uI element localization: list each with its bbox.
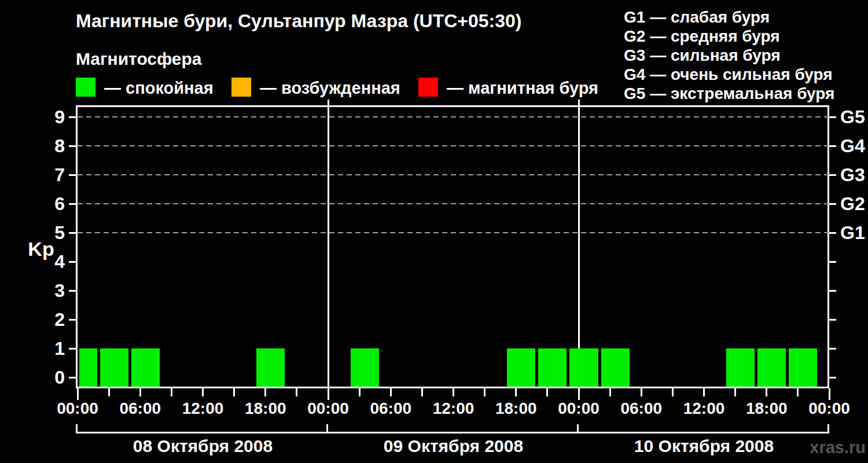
x-tick-minor [421, 388, 423, 396]
x-tick-minor [453, 388, 454, 396]
x-time-label: 00:00 [293, 400, 363, 417]
x-time-label: 12:00 [419, 400, 488, 417]
y-tick-right [829, 348, 836, 350]
kp-bar [507, 348, 535, 387]
watermark-xras: xras.ru [810, 438, 866, 457]
y-axis-title: Kp [23, 238, 59, 260]
y-tick-label: 1 [24, 337, 65, 359]
top-day-tick [328, 100, 329, 105]
y-tick-label: 0 [24, 366, 65, 388]
y-tick-label: 3 [24, 280, 65, 302]
x-tick-minor [202, 388, 204, 396]
plot-layer: 0123456789G1G2G3G4G500:0006:0012:0018:00… [0, 0, 868, 463]
y-tick-label: 9 [24, 106, 65, 128]
day-separator [328, 107, 329, 387]
date-ruler-line [76, 432, 829, 433]
grid-line-kp6 [78, 203, 829, 204]
excited-legend-label: — возбужденная [260, 79, 400, 98]
kp-bar [757, 348, 786, 387]
x-tick-minor [296, 388, 297, 396]
date-label: 10 Октября 2008 [579, 437, 830, 455]
y-tick-right [829, 232, 836, 234]
y-tick-left [69, 377, 76, 379]
x-tick-day [829, 388, 830, 400]
y-tick-right [829, 145, 836, 147]
grid-line-kp8 [78, 145, 829, 146]
grid-line-kp5 [78, 232, 829, 233]
date-ruler-tick [827, 424, 829, 432]
y-tick-left [69, 232, 76, 234]
x-time-label: 00:00 [43, 400, 112, 417]
g-axis-label: G3 [840, 164, 865, 186]
y-tick-left [69, 290, 76, 292]
x-time-label: 12:00 [168, 400, 238, 417]
y-tick-left [69, 174, 76, 176]
x-tick-minor [641, 388, 642, 396]
date-ruler-tick [326, 424, 328, 432]
x-tick-minor [264, 388, 266, 396]
x-time-label: 18:00 [732, 400, 801, 417]
x-tick-minor [484, 388, 486, 396]
x-tick-day [77, 388, 79, 400]
y-tick-right [829, 319, 836, 321]
kp-bar [569, 348, 598, 387]
magnetic-storm-chart-page: { "title": "Магнитные бури, Сультанпур М… [0, 0, 868, 463]
x-tick-minor [515, 388, 517, 396]
kp-bar [538, 348, 567, 387]
x-time-label: 18:00 [231, 400, 300, 417]
x-time-label: 06:00 [606, 400, 676, 417]
x-tick-minor [171, 388, 172, 396]
x-time-label: 00:00 [544, 400, 613, 417]
storm-legend-swatch [418, 78, 438, 97]
date-ruler-tick [76, 424, 78, 432]
x-time-label: 06:00 [356, 400, 425, 417]
kp-bar [601, 348, 630, 387]
x-tick-day [328, 388, 329, 400]
y-tick-right [829, 174, 836, 176]
g-axis-label: G4 [840, 135, 865, 157]
x-tick-minor [139, 388, 141, 396]
kp-bar [256, 348, 285, 387]
x-tick-minor [390, 388, 392, 396]
x-time-label: 12:00 [670, 400, 739, 417]
x-tick-minor [359, 388, 361, 396]
kp-bar [131, 348, 160, 387]
g-axis-label: G5 [840, 106, 865, 128]
y-tick-left [69, 348, 76, 350]
y-tick-left [69, 319, 76, 321]
date-label: 09 Октября 2008 [328, 437, 579, 455]
x-time-label: 18:00 [481, 400, 551, 417]
x-tick-minor [546, 388, 548, 396]
quiet-legend-label: — спокойная [104, 79, 214, 98]
x-tick-minor [672, 388, 674, 396]
y-tick-label: 7 [24, 164, 65, 186]
date-label: 08 Октября 2008 [78, 437, 329, 455]
x-tick-minor [797, 388, 799, 396]
kp-bar [100, 348, 128, 387]
g-axis-label: G2 [840, 193, 865, 215]
kp-bar [79, 348, 97, 387]
y-tick-right [829, 290, 836, 292]
top-day-tick [578, 100, 580, 105]
x-tick-day [578, 388, 580, 400]
y-tick-right [829, 261, 836, 263]
x-tick-minor [766, 388, 767, 396]
y-tick-label: 8 [24, 135, 65, 157]
x-tick-minor [609, 388, 611, 396]
y-tick-label: 2 [24, 308, 65, 330]
x-tick-minor [233, 388, 235, 396]
y-tick-right [829, 377, 836, 379]
kp-bar [351, 348, 379, 387]
y-tick-left [69, 203, 76, 205]
grid-line-kp9 [78, 116, 829, 117]
g-axis-label: G1 [840, 222, 865, 244]
x-time-label: 00:00 [795, 400, 864, 417]
date-ruler-tick [577, 424, 579, 432]
grid-line-kp7 [78, 174, 829, 175]
storm-legend-label: — магнитная буря [447, 79, 598, 98]
y-tick-right [829, 203, 836, 205]
excited-legend-swatch [231, 78, 251, 97]
kp-bar [726, 348, 755, 387]
y-tick-left [69, 145, 76, 147]
y-tick-label: 6 [24, 193, 65, 215]
